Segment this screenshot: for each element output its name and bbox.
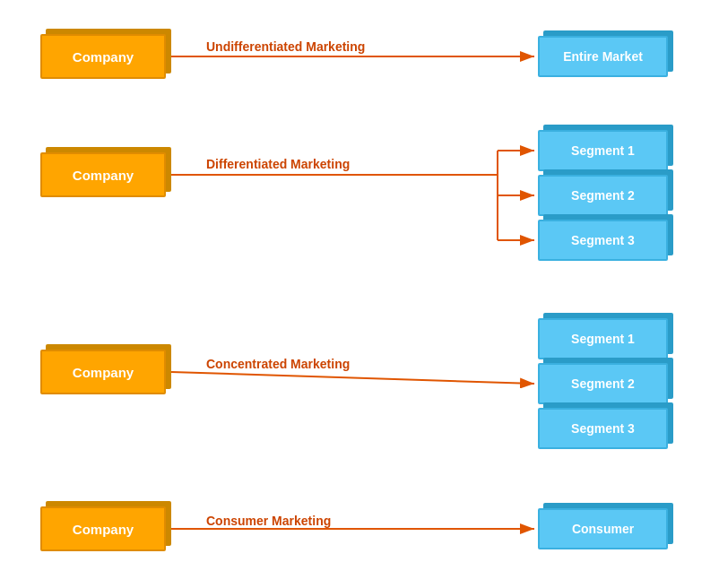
target-box-row2-0: Segment 1 bbox=[538, 130, 668, 171]
target-label-row2-0: Segment 1 bbox=[571, 143, 635, 158]
diagram: Company Undifferentiated Marketing Entir… bbox=[0, 0, 719, 588]
target-box-row3-0: Segment 1 bbox=[538, 318, 668, 359]
company-label-row4: Company bbox=[73, 522, 134, 537]
target-box-row1-0: Entire Market bbox=[538, 36, 668, 77]
company-box-row2: Company bbox=[40, 152, 166, 197]
strategy-label-row2: Differentiated Marketing bbox=[206, 157, 350, 171]
strategy-label-row1: Undifferentiated Marketing bbox=[206, 39, 365, 54]
target-box-row2-2: Segment 3 bbox=[538, 220, 668, 261]
target-box-row4-0: Consumer bbox=[538, 508, 668, 549]
strategy-label-row3: Concentrated Marketing bbox=[206, 357, 350, 371]
target-label-row3-2: Segment 3 bbox=[571, 421, 635, 436]
target-label-row2-1: Segment 2 bbox=[571, 188, 635, 203]
target-box-row3-1: Segment 2 bbox=[538, 363, 668, 404]
target-label-row1-0: Entire Market bbox=[563, 49, 643, 64]
arrows-layer bbox=[0, 0, 719, 588]
target-label-row4-0: Consumer bbox=[572, 522, 634, 536]
target-label-row3-0: Segment 1 bbox=[571, 332, 635, 346]
target-box-row3-2: Segment 3 bbox=[538, 408, 668, 449]
company-box-row4: Company bbox=[40, 506, 166, 551]
svg-line-7 bbox=[171, 372, 534, 384]
target-label-row2-2: Segment 3 bbox=[571, 233, 635, 247]
target-box-row2-1: Segment 2 bbox=[538, 175, 668, 216]
company-box-row3: Company bbox=[40, 350, 166, 394]
company-box-row1: Company bbox=[40, 34, 166, 79]
strategy-label-row4: Consumer Marketing bbox=[206, 514, 331, 528]
company-label-row2: Company bbox=[73, 168, 134, 183]
company-label-row3: Company bbox=[73, 365, 134, 380]
company-label-row1: Company bbox=[73, 49, 134, 65]
target-label-row3-1: Segment 2 bbox=[571, 376, 635, 391]
